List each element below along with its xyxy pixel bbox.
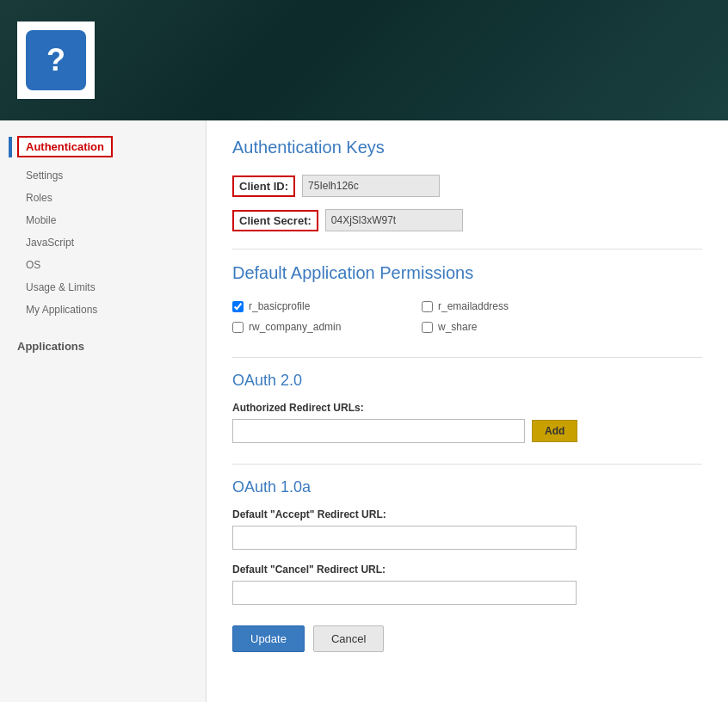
sidebar: Authentication Settings Roles Mobile Jav… — [0, 120, 207, 702]
content-area: Authentication Keys Client ID: Client Se… — [207, 120, 728, 702]
accept-url-block: Default "Accept" Redirect URL: — [232, 508, 702, 550]
cancel-url-block: Default "Cancel" Redirect URL: — [232, 563, 702, 605]
oauth1-section: OAuth 1.0a Default "Accept" Redirect URL… — [232, 478, 702, 605]
divider-3 — [232, 464, 702, 465]
action-buttons: Update Cancel — [232, 625, 702, 652]
client-secret-input[interactable] — [325, 209, 463, 231]
auth-keys-title: Authentication Keys — [232, 138, 702, 157]
client-secret-label: Client Secret: — [232, 210, 318, 231]
sidebar-item-usage-limits[interactable]: Usage & Limits — [0, 276, 206, 299]
oauth1-title: OAuth 1.0a — [232, 478, 702, 496]
perm-w-share-checkbox[interactable] — [422, 322, 433, 333]
redirect-urls-label: Authorized Redirect URLs: — [232, 402, 702, 414]
sidebar-item-roles[interactable]: Roles — [0, 187, 206, 209]
client-id-row: Client ID: — [232, 175, 702, 197]
perm-rw-company-admin: rw_company_admin — [232, 321, 422, 333]
update-button[interactable]: Update — [232, 625, 305, 652]
sidebar-item-authentication[interactable]: Authentication — [17, 136, 113, 157]
sidebar-item-my-applications[interactable]: My Applications — [0, 299, 206, 321]
sidebar-section-header: Authentication — [0, 129, 206, 164]
add-redirect-url-button[interactable]: Add — [532, 420, 577, 442]
logo-box: ? — [17, 22, 95, 99]
client-secret-row: Client Secret: — [232, 209, 702, 231]
perm-r-basicprofile: r_basicprofile — [232, 300, 422, 312]
accept-url-input[interactable] — [232, 526, 577, 550]
perm-w-share: w_share — [422, 321, 611, 333]
oauth2-title: OAuth 2.0 — [232, 372, 702, 390]
perm-r-emailaddress: r_emailaddress — [422, 300, 611, 312]
main-layout: Authentication Settings Roles Mobile Jav… — [0, 120, 728, 702]
sidebar-item-os[interactable]: OS — [0, 254, 206, 276]
logo-icon: ? — [26, 30, 86, 90]
cancel-url-input[interactable] — [232, 581, 577, 605]
auth-keys-section: Authentication Keys Client ID: Client Se… — [232, 138, 702, 231]
redirect-url-row: Add — [232, 419, 702, 443]
sidebar-blue-bar — [9, 137, 12, 157]
divider-1 — [232, 249, 702, 249]
permissions-title: Default Application Permissions — [232, 263, 702, 283]
sidebar-item-mobile[interactable]: Mobile — [0, 209, 206, 231]
client-id-label: Client ID: — [232, 176, 295, 197]
divider-2 — [232, 357, 702, 358]
sidebar-applications-header: Applications — [0, 335, 206, 358]
perm-r-basicprofile-checkbox[interactable] — [232, 301, 244, 312]
redirect-url-input[interactable] — [232, 419, 525, 443]
sidebar-item-javascript[interactable]: JavaScript — [0, 231, 206, 254]
permissions-section: Default Application Permissions r_basicp… — [232, 263, 702, 336]
permissions-grid: r_basicprofile r_emailaddress rw_company… — [232, 300, 702, 336]
sidebar-item-settings[interactable]: Settings — [0, 164, 206, 187]
cancel-url-label: Default "Cancel" Redirect URL: — [232, 563, 702, 576]
perm-r-emailaddress-checkbox[interactable] — [422, 301, 433, 312]
cancel-button[interactable]: Cancel — [313, 625, 384, 652]
client-id-input[interactable] — [302, 175, 440, 197]
accept-url-label: Default "Accept" Redirect URL: — [232, 508, 702, 520]
redirect-urls-block: Authorized Redirect URLs: Add — [232, 402, 702, 443]
oauth2-section: OAuth 2.0 Authorized Redirect URLs: Add — [232, 372, 702, 443]
perm-rw-company-admin-checkbox[interactable] — [232, 322, 244, 333]
header: ? — [0, 0, 728, 120]
